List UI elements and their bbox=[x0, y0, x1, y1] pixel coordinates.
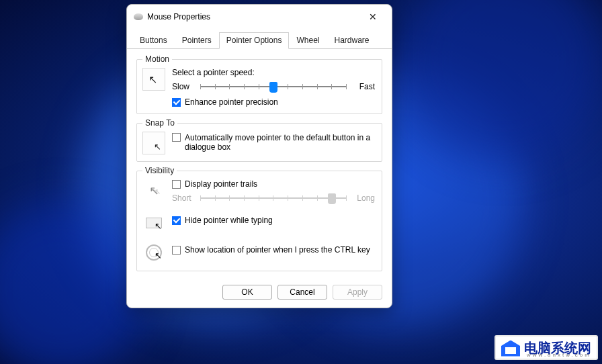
snapto-icon: ↖ bbox=[142, 132, 165, 154]
pointer-trails-icon: ↖ ↖ ↖ bbox=[142, 179, 165, 202]
tab-wheel[interactable]: Wheel bbox=[289, 32, 327, 49]
pointer-speed-slider[interactable] bbox=[200, 80, 347, 93]
pointer-trails-thumb bbox=[328, 193, 336, 204]
group-motion-legend: Motion bbox=[142, 54, 172, 64]
dialog-buttons: OK Cancel Apply bbox=[127, 279, 392, 308]
ctrl-locate-checkbox[interactable]: Show location of pointer when I press th… bbox=[172, 241, 375, 255]
checkbox-icon bbox=[172, 216, 181, 225]
tab-content: Motion ↖ Select a pointer speed: Slow bbox=[127, 49, 392, 279]
speed-fast-label: Fast bbox=[352, 82, 375, 91]
enhance-precision-checkbox[interactable]: Enhance pointer precision bbox=[172, 97, 375, 107]
titlebar: Mouse Properties ✕ bbox=[127, 5, 392, 29]
tab-hardware[interactable]: Hardware bbox=[327, 32, 376, 49]
group-visibility-legend: Visibility bbox=[142, 166, 177, 175]
hide-typing-icon: ↖ bbox=[142, 212, 165, 234]
snapto-checkbox[interactable]: Automatically move pointer to the defaul… bbox=[172, 132, 375, 152]
speed-slow-label: Slow bbox=[172, 82, 195, 91]
pointer-speed-thumb[interactable] bbox=[269, 82, 277, 93]
tab-pointer-options[interactable]: Pointer Options bbox=[219, 32, 290, 49]
watermark-url: www.dnxtw.com bbox=[527, 352, 591, 358]
close-button[interactable]: ✕ bbox=[361, 9, 385, 25]
apply-button: Apply bbox=[333, 285, 382, 300]
checkbox-icon bbox=[172, 133, 181, 142]
snapto-label: Automatically move pointer to the defaul… bbox=[185, 133, 375, 152]
group-snapto-legend: Snap To bbox=[142, 118, 177, 128]
ok-button[interactable]: OK bbox=[222, 285, 272, 300]
mouse-properties-dialog: Mouse Properties ✕ Buttons Pointers Poin… bbox=[126, 4, 392, 308]
hide-typing-checkbox[interactable]: Hide pointer while typing bbox=[172, 212, 375, 225]
pointer-speed-icon: ↖ bbox=[142, 68, 165, 91]
pointer-trails-checkbox[interactable]: Display pointer trails bbox=[172, 179, 375, 189]
window-title: Mouse Properties bbox=[147, 12, 361, 21]
ctrl-locate-label: Show location of pointer when I press th… bbox=[185, 245, 370, 255]
tab-buttons[interactable]: Buttons bbox=[132, 32, 175, 49]
tab-strip: Buttons Pointers Pointer Options Wheel H… bbox=[127, 29, 392, 49]
pointer-speed-label: Select a pointer speed: bbox=[172, 68, 375, 77]
tab-pointers[interactable]: Pointers bbox=[175, 32, 219, 49]
ctrl-locate-icon: ↖ bbox=[142, 241, 165, 264]
checkbox-icon bbox=[172, 246, 181, 255]
trails-short-label: Short bbox=[172, 193, 195, 203]
checkbox-icon bbox=[172, 98, 181, 107]
house-icon bbox=[501, 340, 520, 357]
hide-typing-label: Hide pointer while typing bbox=[185, 216, 273, 225]
watermark-badge: 电脑系统网 www.dnxtw.com bbox=[494, 335, 598, 360]
checkbox-icon bbox=[172, 180, 181, 189]
group-snapto: Snap To ↖ Automatically move pointer to … bbox=[136, 118, 382, 162]
group-visibility: Visibility ↖ ↖ ↖ Display pointer trails … bbox=[136, 166, 382, 271]
pointer-trails-slider bbox=[200, 191, 347, 205]
trails-long-label: Long bbox=[352, 193, 375, 203]
enhance-precision-label: Enhance pointer precision bbox=[185, 97, 278, 107]
cancel-button[interactable]: Cancel bbox=[277, 285, 327, 300]
mouse-icon bbox=[134, 13, 143, 20]
pointer-trails-label: Display pointer trails bbox=[185, 179, 257, 189]
group-motion: Motion ↖ Select a pointer speed: Slow bbox=[136, 54, 382, 114]
